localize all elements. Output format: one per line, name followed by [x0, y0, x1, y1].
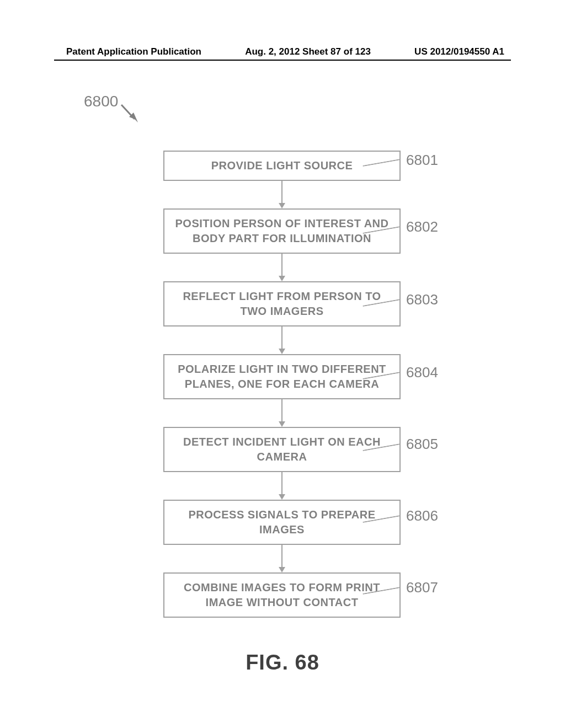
flow-step-2: POSITION PERSON OF INTEREST AND BODY PAR…	[163, 208, 401, 254]
step-number-label: 6805	[406, 436, 438, 453]
step-number-label: 6807	[406, 579, 438, 596]
step-number-label: 6801	[406, 152, 438, 169]
flow-step-text: REFLECT LIGHT FROM PERSON TO TWO IMAGERS	[183, 290, 381, 317]
page-header: Patent Application Publication Aug. 2, 2…	[0, 46, 565, 57]
header-divider	[54, 60, 511, 61]
step-number-label: 6802	[406, 218, 438, 235]
flowchart: PROVIDE LIGHT SOURCE POSITION PERSON OF …	[125, 151, 439, 618]
header-center: Aug. 2, 2012 Sheet 87 of 123	[245, 46, 371, 57]
header-right: US 2012/0194550 A1	[414, 46, 504, 57]
flow-step-4: POLARIZE LIGHT IN TWO DIFFERENT PLANES, …	[163, 354, 401, 399]
flow-step-text: PROVIDE LIGHT SOURCE	[211, 159, 353, 172]
step-number-label: 6803	[406, 291, 438, 308]
flow-step-text: PROCESS SIGNALS TO PREPARE IMAGES	[189, 508, 376, 536]
flow-step-text: DETECT INCIDENT LIGHT ON EACH CAMERA	[183, 436, 381, 463]
flow-step-text: COMBINE IMAGES TO FORM PRINT IMAGE WITHO…	[184, 581, 380, 608]
reference-pointer-arrow	[119, 103, 139, 125]
header-left: Patent Application Publication	[66, 46, 201, 57]
flow-step-text: POLARIZE LIGHT IN TWO DIFFERENT PLANES, …	[178, 363, 386, 390]
figure-reference-number: 6800	[84, 93, 118, 110]
flow-step-3: REFLECT LIGHT FROM PERSON TO TWO IMAGERS	[163, 281, 401, 326]
step-number-label: 6806	[406, 507, 438, 524]
step-number-label: 6804	[406, 364, 438, 381]
flow-step-text: POSITION PERSON OF INTEREST AND BODY PAR…	[175, 217, 388, 244]
figure-caption: FIG. 68	[0, 651, 565, 675]
